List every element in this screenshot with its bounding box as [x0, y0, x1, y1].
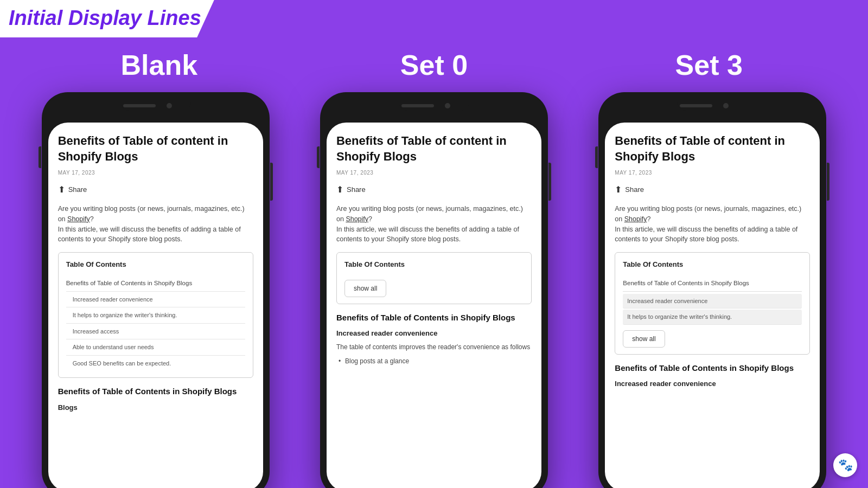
toc-item-blank-0[interactable]: Benefits of Table of Contents in Shopify…: [66, 275, 245, 292]
screen-content-blank: Benefits of Table of content in Shopify …: [48, 123, 263, 427]
phone-notch-area-set0: [327, 99, 541, 120]
blog-title-set3: Benefits of Table of content in Shopify …: [615, 133, 810, 164]
shopify-link-set0[interactable]: Shopify: [346, 215, 368, 223]
col-label-set3: Set 3: [571, 49, 846, 81]
phone-notch-area-set3: [605, 99, 820, 120]
share-label-set3: Share: [625, 184, 644, 195]
share-button-blank[interactable]: ⬆ Share: [58, 183, 253, 196]
blog-title-set0: Benefits of Table of content in Shopify …: [336, 133, 532, 164]
page-title: Initial Display Lines: [9, 7, 201, 30]
blog-intro-blank: Are you writing blog posts (or news, jou…: [58, 204, 253, 245]
section-heading-set0: Benefits of Table of Contents in Shopify…: [336, 312, 532, 324]
phone-camera-blank: [167, 103, 172, 108]
phone-screen-set3: Benefits of Table of content in Shopify …: [605, 123, 820, 488]
phone-screen-blank: Benefits of Table of content in Shopify …: [48, 123, 263, 488]
convenience-heading-set3: Increased reader convenience: [615, 378, 810, 389]
phone-set3: Benefits of Table of content in Shopify …: [598, 92, 826, 488]
convenience-text-set0: The table of contents improves the reade…: [336, 342, 532, 352]
phone-speaker-blank: [123, 104, 156, 107]
screen-content-set0: Benefits of Table of content in Shopify …: [327, 123, 541, 379]
phone-speaker-set3: [680, 104, 712, 107]
toc-item-blank-4[interactable]: Able to understand user needs: [66, 339, 245, 356]
blog-title-blank: Benefits of Table of content in Shopify …: [58, 133, 253, 164]
toc-item-blank-3[interactable]: Increased access: [66, 324, 245, 340]
show-all-button-set3[interactable]: show all: [623, 330, 665, 348]
phone-screen-set0: Benefits of Table of content in Shopify …: [327, 123, 541, 488]
toc-item-blank-5[interactable]: Good SEO benefits can be expected.: [66, 356, 245, 371]
convenience-heading-set0: Increased reader convenience: [336, 328, 532, 339]
phone-speaker-set0: [401, 104, 434, 107]
blog-date-set0: MAY 17, 2023: [336, 169, 532, 177]
toc-item-set3-2[interactable]: It helps to organize the writer's thinki…: [623, 310, 802, 325]
toc-box-set3: Table Of Contents Benefits of Table of C…: [615, 252, 810, 355]
screen-content-set3: Benefits of Table of content in Shopify …: [605, 123, 820, 403]
cursor-icon: 🐾: [833, 453, 857, 477]
blog-intro-set3: Are you writing blog posts (or news, jou…: [615, 204, 810, 245]
section-heading-blank: Benefits of Table of Contents in Shopify…: [58, 386, 253, 398]
share-icon-set0: ⬆: [336, 183, 343, 196]
intro-text3-set3: In this article, we will discuss the ben…: [615, 226, 797, 243]
col-label-blank: Blank: [22, 49, 297, 81]
share-icon-blank: ⬆: [58, 183, 65, 196]
toc-box-set0: Table Of Contents show all: [336, 252, 532, 304]
title-badge: Initial Display Lines: [0, 0, 214, 37]
share-button-set0[interactable]: ⬆ Share: [336, 183, 532, 196]
shopify-link-blank[interactable]: Shopify: [67, 215, 90, 223]
toc-item-blank-2[interactable]: It helps to organize the writer's thinki…: [66, 307, 245, 324]
col-label-set0: Set 0: [297, 49, 572, 81]
blog-date-set3: MAY 17, 2023: [615, 169, 810, 177]
toc-title-set3: Table Of Contents: [623, 259, 802, 270]
toc-item-set3-0[interactable]: Benefits of Table of Contents in Shopify…: [623, 275, 802, 292]
share-button-set3[interactable]: ⬆ Share: [615, 183, 810, 196]
share-icon-set3: ⬆: [615, 183, 622, 196]
toc-item-blank-1[interactable]: Increased reader convenience: [66, 292, 245, 308]
share-label-set0: Share: [347, 184, 366, 195]
section-heading-set3: Benefits of Table of Contents in Shopify…: [615, 362, 810, 375]
phone-camera-set3: [723, 103, 729, 108]
blog-intro-set0: Are you writing blog posts (or news, jou…: [336, 204, 532, 245]
phones-container: Benefits of Table of content in Shopify …: [0, 92, 868, 488]
shopify-link-set3[interactable]: Shopify: [624, 215, 647, 223]
section-subheading-blank: Blogs: [58, 402, 253, 413]
blog-date-blank: MAY 17, 2023: [58, 169, 253, 177]
column-labels: Blank Set 0 Set 3: [0, 49, 868, 81]
intro-text3-set0: In this article, we will discuss the ben…: [336, 226, 519, 243]
toc-box-blank: Table Of Contents Benefits of Table of C…: [58, 252, 253, 378]
toc-title-blank: Table Of Contents: [66, 259, 245, 270]
phone-set0: Benefits of Table of content in Shopify …: [320, 92, 548, 488]
phone-blank: Benefits of Table of content in Shopify …: [42, 92, 270, 488]
toc-title-set0: Table Of Contents: [344, 259, 524, 270]
share-label-blank: Share: [68, 184, 87, 195]
intro-text3-blank: In this article, we will discuss the ben…: [58, 226, 241, 243]
phone-camera-set0: [445, 103, 450, 108]
bullet-item-set0: Blog posts at a glance: [336, 356, 532, 366]
toc-item-set3-1[interactable]: Increased reader convenience: [623, 294, 802, 309]
phone-notch-area-blank: [48, 99, 263, 120]
show-all-button-set0[interactable]: show all: [344, 280, 386, 297]
